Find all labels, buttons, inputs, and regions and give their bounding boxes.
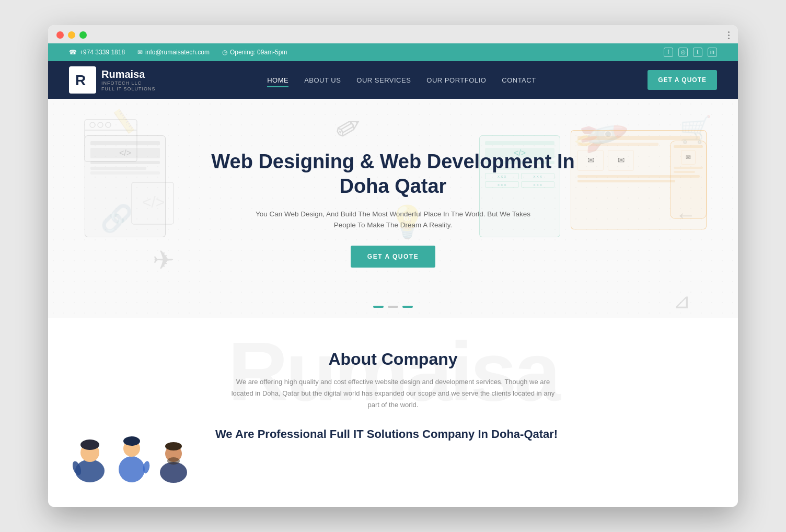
close-button[interactable] (56, 31, 64, 39)
brand-name: Rumaisa (101, 68, 156, 80)
slide-dot-2[interactable] (388, 306, 398, 308)
nav-item-portfolio[interactable]: OUR PORTFOLIO (426, 75, 486, 85)
nav-link-portfolio[interactable]: OUR PORTFOLIO (426, 76, 486, 86)
slide-dot-3[interactable] (402, 306, 413, 308)
clock-icon: ◷ (222, 49, 227, 56)
svg-point-14 (123, 436, 140, 446)
hero-title: Web Designing & Web Development In Doha … (210, 149, 576, 199)
minimize-button[interactable] (68, 31, 75, 39)
hero-subtitle: You Can Web Design, And Build The Most W… (252, 209, 534, 231)
about-section: Rumaisa About Company We are offering hi… (48, 318, 738, 507)
nav-link-contact[interactable]: CONTACT (502, 76, 536, 86)
instagram-link[interactable]: ◎ (678, 48, 688, 57)
nav-menu: HOME ABOUT US OUR SERVICES OUR PORTFOLIO… (267, 75, 536, 85)
logo[interactable]: R Rumaisa Infotech LLC FULL IT SOLUTIONS (69, 66, 156, 94)
about-bottom-row: We Are Professional Full IT Solutions Co… (69, 426, 717, 486)
logo-text: Rumaisa Infotech LLC FULL IT SOLUTIONS (101, 68, 156, 92)
twitter-link[interactable]: t (693, 48, 702, 57)
opening-text: Opening: 09am-5pm (230, 49, 287, 56)
website-content: ☎ +974 3339 1818 ✉ info@rumaisatech.com … (48, 43, 738, 507)
about-right-content: We Are Professional Full IT Solutions Co… (215, 426, 717, 449)
opening-hours: ◷ Opening: 09am-5pm (222, 49, 287, 56)
top-info-bar: ☎ +974 3339 1818 ✉ info@rumaisatech.com … (48, 43, 738, 61)
phone-number: +974 3339 1818 (79, 49, 125, 56)
phone-info: ☎ +974 3339 1818 (69, 49, 125, 56)
contact-info: ☎ +974 3339 1818 ✉ info@rumaisatech.com … (69, 49, 287, 56)
nav-item-about[interactable]: ABOUT US (304, 75, 341, 85)
nav-link-services[interactable]: OUR SERVICES (356, 76, 411, 86)
hero-content: Web Designing & Web Development In Doha … (210, 149, 576, 268)
nav-item-services[interactable]: OUR SERVICES (356, 75, 411, 85)
about-right-title: We Are Professional Full IT Solutions Co… (215, 426, 717, 443)
email-icon: ✉ (137, 49, 143, 56)
browser-chrome (48, 25, 738, 43)
avatar-2 (111, 426, 158, 486)
nav-item-contact[interactable]: CONTACT (502, 75, 536, 85)
facebook-link[interactable]: f (664, 48, 673, 57)
brand-sub: Infotech LLC (101, 80, 156, 86)
team-avatars (69, 426, 200, 486)
browser-menu-icon[interactable] (728, 31, 730, 39)
svg-point-16 (160, 462, 187, 483)
email-info: ✉ info@rumaisatech.com (137, 49, 210, 56)
maximize-button[interactable] (79, 31, 87, 39)
slide-dot-1[interactable] (373, 306, 384, 308)
about-description: We are offering high quality and cost ef… (231, 376, 555, 411)
hero-cta-button[interactable]: GET A QUOTE (351, 246, 435, 268)
avatar-3 (153, 432, 200, 486)
svg-point-19 (167, 457, 180, 465)
nav-link-home[interactable]: HOME (267, 76, 288, 87)
brand-tagline: FULL IT SOLUTIONS (101, 86, 156, 92)
hero-section: </> 🔗 ✏ 📏 💡 🚀 🛒 ← ✈ (48, 99, 738, 318)
linkedin-link[interactable]: in (708, 48, 717, 57)
nav-item-home[interactable]: HOME (267, 75, 288, 85)
browser-window: ☎ +974 3339 1818 ✉ info@rumaisatech.com … (48, 25, 738, 507)
logo-icon: R (69, 66, 96, 94)
slider-dots (373, 306, 413, 308)
browser-traffic-lights (56, 31, 87, 39)
social-links: f ◎ t in (664, 48, 717, 57)
avatar-1 (69, 432, 116, 486)
about-header: About Company We are offering high quali… (69, 350, 717, 411)
get-quote-nav-button[interactable]: GET A QUOTE (648, 70, 717, 90)
svg-point-10 (80, 440, 99, 450)
nav-link-about[interactable]: ABOUT US (304, 76, 341, 86)
svg-text:R: R (75, 72, 86, 88)
email-address: info@rumaisatech.com (145, 49, 210, 56)
svg-point-12 (119, 456, 145, 482)
phone-icon: ☎ (69, 49, 77, 56)
svg-point-18 (165, 442, 182, 450)
main-navbar: R Rumaisa Infotech LLC FULL IT SOLUTIONS… (48, 61, 738, 99)
about-title: About Company (69, 350, 717, 369)
